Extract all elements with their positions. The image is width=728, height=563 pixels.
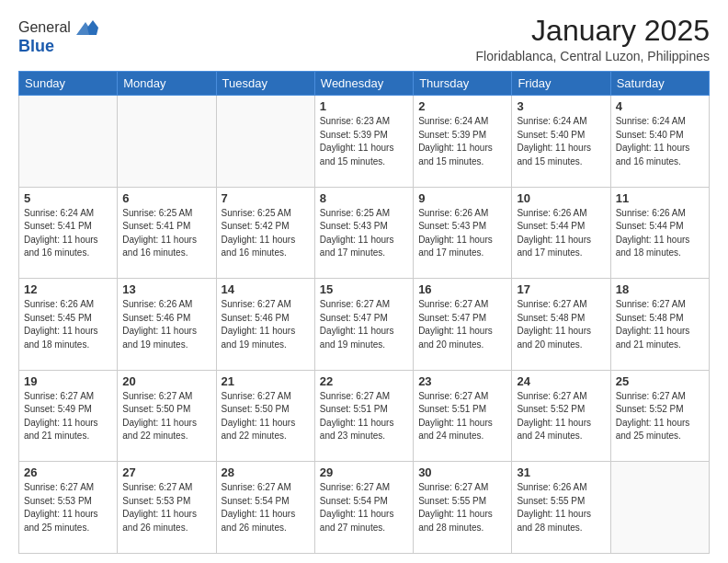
logo-general-text: General [18,19,71,36]
calendar-week-5: 26Sunrise: 6:27 AMSunset: 5:53 PMDayligh… [19,462,710,554]
day-info: Sunrise: 6:27 AMSunset: 5:50 PMDaylight:… [222,390,310,443]
col-sunday: Sunday [19,72,118,96]
day-info: Sunrise: 6:27 AMSunset: 5:46 PMDaylight:… [222,298,310,351]
calendar-cell-w5-d5: 30Sunrise: 6:27 AMSunset: 5:55 PMDayligh… [414,462,512,554]
day-info: Sunrise: 6:24 AMSunset: 5:39 PMDaylight:… [418,115,506,168]
day-number: 3 [517,99,605,113]
calendar-cell-w4-d3: 21Sunrise: 6:27 AMSunset: 5:50 PMDayligh… [216,370,314,462]
day-number: 14 [222,282,310,296]
month-year: January 2025 [476,15,710,47]
day-info: Sunrise: 6:27 AMSunset: 5:47 PMDaylight:… [320,298,408,351]
logo-icon [73,15,98,40]
calendar-cell-w1-d1 [19,96,118,188]
location: Floridablanca, Central Luzon, Philippine… [476,49,710,63]
calendar-header-row: Sunday Monday Tuesday Wednesday Thursday… [19,72,710,96]
day-number: 18 [616,282,704,296]
calendar-cell-w3-d3: 14Sunrise: 6:27 AMSunset: 5:46 PMDayligh… [216,279,314,371]
day-number: 22 [320,374,408,388]
page: General Blue January 2025 Floridablanca,… [0,0,728,563]
day-number: 26 [24,465,112,479]
col-wednesday: Wednesday [314,72,413,96]
day-number: 6 [122,191,210,205]
day-number: 21 [222,374,310,388]
day-info: Sunrise: 6:26 AMSunset: 5:45 PMDaylight:… [24,298,112,351]
day-number: 2 [418,99,506,113]
day-number: 9 [418,191,506,205]
day-info: Sunrise: 6:27 AMSunset: 5:48 PMDaylight:… [616,298,704,351]
day-info: Sunrise: 6:24 AMSunset: 5:40 PMDaylight:… [517,115,605,168]
day-info: Sunrise: 6:26 AMSunset: 5:55 PMDaylight:… [517,481,605,534]
calendar-cell-w1-d6: 3Sunrise: 6:24 AMSunset: 5:40 PMDaylight… [512,96,610,188]
day-info: Sunrise: 6:26 AMSunset: 5:46 PMDaylight:… [122,298,210,351]
calendar-cell-w3-d1: 12Sunrise: 6:26 AMSunset: 5:45 PMDayligh… [19,279,118,371]
col-tuesday: Tuesday [216,72,314,96]
calendar-cell-w5-d6: 31Sunrise: 6:26 AMSunset: 5:55 PMDayligh… [512,462,610,554]
calendar-cell-w4-d2: 20Sunrise: 6:27 AMSunset: 5:50 PMDayligh… [118,370,216,462]
day-number: 16 [418,282,506,296]
day-info: Sunrise: 6:27 AMSunset: 5:52 PMDaylight:… [616,390,704,443]
day-number: 11 [616,191,704,205]
calendar-week-2: 5Sunrise: 6:24 AMSunset: 5:41 PMDaylight… [19,187,710,279]
calendar-cell-w4-d5: 23Sunrise: 6:27 AMSunset: 5:51 PMDayligh… [414,370,512,462]
day-info: Sunrise: 6:27 AMSunset: 5:54 PMDaylight:… [222,481,310,534]
calendar-week-4: 19Sunrise: 6:27 AMSunset: 5:49 PMDayligh… [19,370,710,462]
calendar-cell-w4-d1: 19Sunrise: 6:27 AMSunset: 5:49 PMDayligh… [19,370,118,462]
calendar-cell-w3-d5: 16Sunrise: 6:27 AMSunset: 5:47 PMDayligh… [414,279,512,371]
day-info: Sunrise: 6:27 AMSunset: 5:52 PMDaylight:… [517,390,605,443]
day-number: 5 [24,191,112,205]
logo-blue-text: Blue [18,37,54,56]
calendar-cell-w3-d6: 17Sunrise: 6:27 AMSunset: 5:48 PMDayligh… [512,279,610,371]
day-info: Sunrise: 6:27 AMSunset: 5:51 PMDaylight:… [418,390,506,443]
col-monday: Monday [118,72,216,96]
day-info: Sunrise: 6:27 AMSunset: 5:47 PMDaylight:… [418,298,506,351]
title-block: January 2025 Floridablanca, Central Luzo… [476,15,710,63]
day-number: 1 [320,99,408,113]
calendar-cell-w4-d4: 22Sunrise: 6:27 AMSunset: 5:51 PMDayligh… [314,370,413,462]
calendar-cell-w1-d5: 2Sunrise: 6:24 AMSunset: 5:39 PMDaylight… [414,96,512,188]
calendar-cell-w3-d7: 18Sunrise: 6:27 AMSunset: 5:48 PMDayligh… [610,279,709,371]
day-info: Sunrise: 6:24 AMSunset: 5:41 PMDaylight:… [24,207,112,260]
calendar-cell-w5-d7 [610,462,709,554]
day-info: Sunrise: 6:27 AMSunset: 5:48 PMDaylight:… [517,298,605,351]
calendar-cell-w5-d3: 28Sunrise: 6:27 AMSunset: 5:54 PMDayligh… [216,462,314,554]
day-info: Sunrise: 6:27 AMSunset: 5:54 PMDaylight:… [320,481,408,534]
day-info: Sunrise: 6:23 AMSunset: 5:39 PMDaylight:… [320,115,408,168]
col-saturday: Saturday [610,72,709,96]
day-number: 25 [616,374,704,388]
day-info: Sunrise: 6:24 AMSunset: 5:40 PMDaylight:… [616,115,704,168]
day-info: Sunrise: 6:26 AMSunset: 5:44 PMDaylight:… [517,207,605,260]
day-number: 17 [517,282,605,296]
day-info: Sunrise: 6:27 AMSunset: 5:51 PMDaylight:… [320,390,408,443]
day-number: 10 [517,191,605,205]
day-info: Sunrise: 6:26 AMSunset: 5:43 PMDaylight:… [418,207,506,260]
calendar-cell-w5-d4: 29Sunrise: 6:27 AMSunset: 5:54 PMDayligh… [314,462,413,554]
calendar-cell-w2-d1: 5Sunrise: 6:24 AMSunset: 5:41 PMDaylight… [19,187,118,279]
col-thursday: Thursday [414,72,512,96]
day-info: Sunrise: 6:25 AMSunset: 5:41 PMDaylight:… [122,207,210,260]
calendar-cell-w5-d2: 27Sunrise: 6:27 AMSunset: 5:53 PMDayligh… [118,462,216,554]
day-info: Sunrise: 6:25 AMSunset: 5:42 PMDaylight:… [222,207,310,260]
calendar-table: Sunday Monday Tuesday Wednesday Thursday… [18,71,710,554]
day-number: 29 [320,465,408,479]
day-number: 24 [517,374,605,388]
day-info: Sunrise: 6:27 AMSunset: 5:55 PMDaylight:… [418,481,506,534]
day-number: 27 [122,465,210,479]
calendar-cell-w2-d3: 7Sunrise: 6:25 AMSunset: 5:42 PMDaylight… [216,187,314,279]
day-number: 4 [616,99,704,113]
day-info: Sunrise: 6:27 AMSunset: 5:50 PMDaylight:… [122,390,210,443]
calendar-cell-w3-d2: 13Sunrise: 6:26 AMSunset: 5:46 PMDayligh… [118,279,216,371]
calendar-cell-w4-d6: 24Sunrise: 6:27 AMSunset: 5:52 PMDayligh… [512,370,610,462]
logo: General Blue [18,15,98,56]
col-friday: Friday [512,72,610,96]
day-number: 30 [418,465,506,479]
calendar-cell-w2-d6: 10Sunrise: 6:26 AMSunset: 5:44 PMDayligh… [512,187,610,279]
calendar-cell-w3-d4: 15Sunrise: 6:27 AMSunset: 5:47 PMDayligh… [314,279,413,371]
calendar-week-3: 12Sunrise: 6:26 AMSunset: 5:45 PMDayligh… [19,279,710,371]
calendar-cell-w2-d5: 9Sunrise: 6:26 AMSunset: 5:43 PMDaylight… [414,187,512,279]
day-number: 7 [222,191,310,205]
day-info: Sunrise: 6:27 AMSunset: 5:53 PMDaylight:… [24,481,112,534]
day-number: 23 [418,374,506,388]
calendar-cell-w5-d1: 26Sunrise: 6:27 AMSunset: 5:53 PMDayligh… [19,462,118,554]
calendar-cell-w4-d7: 25Sunrise: 6:27 AMSunset: 5:52 PMDayligh… [610,370,709,462]
day-info: Sunrise: 6:27 AMSunset: 5:53 PMDaylight:… [122,481,210,534]
